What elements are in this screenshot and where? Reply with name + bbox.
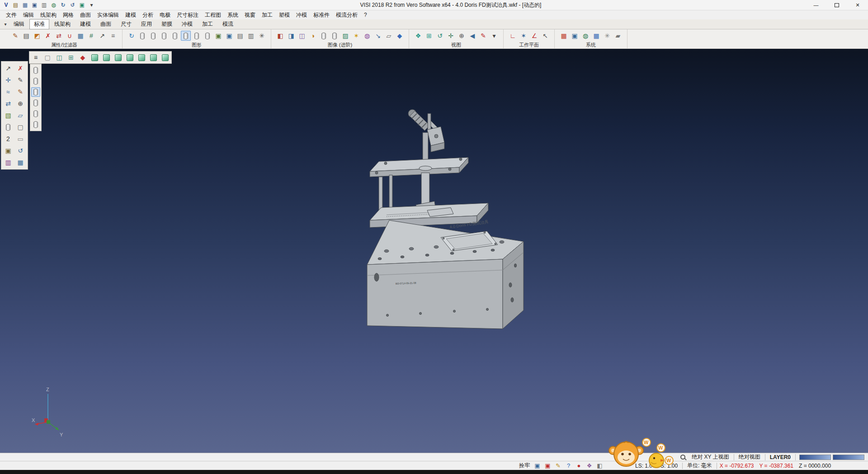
cad-model[interactable]: 4.0 Doris FD测试治具 BD-0714-05-21-08 bbox=[359, 106, 531, 346]
sketch-pencil-icon[interactable]: ✎ bbox=[15, 75, 26, 85]
change-color-icon[interactable]: ◩ bbox=[32, 31, 42, 41]
select-arrow-icon[interactable]: ↗ bbox=[3, 63, 14, 74]
tab[interactable]: 加工 bbox=[198, 19, 217, 29]
absolute-view-indicator[interactable]: 绝对视图 bbox=[734, 453, 765, 461]
filter-cylinder-icon[interactable] bbox=[31, 109, 40, 118]
magnet-filter-icon[interactable]: ∪ bbox=[65, 31, 75, 41]
tab[interactable]: 曲面 bbox=[96, 19, 116, 29]
tab[interactable]: 标准 bbox=[29, 19, 49, 29]
arrow-select-icon[interactable]: ↘ bbox=[373, 31, 383, 41]
previous-view-icon[interactable]: ◀ bbox=[467, 31, 477, 41]
zoom-all-icon[interactable]: ❖ bbox=[413, 31, 423, 41]
workplane-angle-icon[interactable]: ∠ bbox=[529, 31, 539, 41]
list-icon[interactable]: ▤ bbox=[235, 31, 245, 41]
two-label-icon[interactable]: 2 bbox=[3, 133, 14, 144]
alert-icon[interactable]: ▣ bbox=[544, 462, 552, 469]
menu-item[interactable]: 系统 bbox=[224, 10, 241, 20]
view-cube-top-icon[interactable] bbox=[89, 52, 100, 63]
menu-item[interactable]: 实体编辑 bbox=[94, 10, 122, 20]
menu-item[interactable]: 模流分析 bbox=[333, 10, 361, 20]
sparkle-grid-icon[interactable]: ✳ bbox=[602, 31, 612, 41]
axes-icon[interactable]: ✛ bbox=[3, 75, 14, 85]
active-layer-cylinder-icon[interactable] bbox=[181, 31, 191, 41]
record-icon[interactable]: ● bbox=[575, 462, 583, 469]
texture-icon[interactable]: ▨ bbox=[340, 31, 350, 41]
layer-cylinder-icon[interactable] bbox=[137, 31, 147, 41]
tab-dropdown-icon[interactable]: ▾ bbox=[2, 22, 9, 27]
block-icon[interactable]: ▣ bbox=[3, 145, 14, 156]
tab[interactable]: 塑膜 bbox=[157, 19, 177, 29]
undo-icon[interactable]: ↺ bbox=[68, 1, 77, 9]
menu-item[interactable]: 塑模 bbox=[276, 10, 293, 20]
qat-dropdown-icon[interactable]: ▾ bbox=[87, 1, 96, 9]
window-grid-icon[interactable]: ▦ bbox=[591, 31, 601, 41]
view-mode-indicator[interactable]: 绝对 XY 上视图 bbox=[687, 453, 733, 461]
menu-item[interactable]: 加工 bbox=[259, 10, 276, 20]
print-icon[interactable]: ▥ bbox=[40, 1, 48, 9]
menu-item[interactable]: 网格 bbox=[60, 10, 77, 20]
surface-icon[interactable]: ▱ bbox=[15, 110, 26, 121]
histogram-icon[interactable]: ▥ bbox=[3, 157, 14, 168]
iso-view-icon[interactable]: ◫ bbox=[54, 52, 65, 63]
perspective-grid-icon[interactable]: ▰ bbox=[613, 31, 623, 41]
filter-cylinder-icon[interactable] bbox=[31, 66, 40, 75]
menu-item[interactable]: ? bbox=[361, 11, 370, 19]
menu-item[interactable]: 工程图 bbox=[202, 10, 224, 20]
curve-icon[interactable]: ≈ bbox=[3, 86, 14, 97]
save-icon[interactable]: ▣ bbox=[30, 1, 39, 9]
wireframe-toggle-icon[interactable]: ✳ bbox=[257, 31, 267, 41]
dynamic-section-icon[interactable]: ◑ bbox=[308, 31, 318, 41]
tab[interactable]: 模流 bbox=[218, 19, 238, 29]
color-grid-icon[interactable]: ▦ bbox=[559, 31, 569, 41]
layer-indicator[interactable]: LAYER0 bbox=[765, 454, 795, 460]
tab[interactable]: 线架构 bbox=[50, 19, 75, 29]
menu-item[interactable]: 曲面 bbox=[77, 10, 94, 20]
hidden-line-icon[interactable]: ◫ bbox=[297, 31, 307, 41]
menu-item[interactable]: 视窗 bbox=[241, 10, 259, 20]
search-icon[interactable] bbox=[680, 455, 685, 460]
workplane-new-icon[interactable]: ✶ bbox=[519, 31, 528, 41]
workplane-origin-icon[interactable]: ∟ bbox=[508, 31, 518, 41]
attribute-style-icon[interactable]: ✎ bbox=[10, 31, 20, 41]
layer-cylinder-icon[interactable] bbox=[192, 31, 202, 41]
plane-icon[interactable]: ▭ bbox=[15, 133, 26, 144]
viewport-3d[interactable]: ≡▢◫⊞◆ ↗✗✛✎≈✎⇄⊕▧▱▢2▭▣↺▥▦ bbox=[0, 49, 868, 453]
monitor-icon[interactable]: ▣ bbox=[570, 31, 580, 41]
filter-cylinder-icon[interactable] bbox=[31, 120, 40, 129]
view-cube-iso-icon[interactable] bbox=[124, 52, 135, 63]
box-icon[interactable]: ◧ bbox=[596, 462, 604, 469]
open-file-icon[interactable]: ▦ bbox=[21, 1, 29, 9]
tab[interactable]: 尺寸 bbox=[116, 19, 136, 29]
tab[interactable]: 冲模 bbox=[177, 19, 197, 29]
view-menu-icon[interactable]: ≡ bbox=[30, 52, 41, 63]
view-cube-front-icon[interactable] bbox=[101, 52, 112, 63]
redraw-icon[interactable]: ↻ bbox=[127, 31, 137, 41]
wireframe-render-icon[interactable]: ◨ bbox=[286, 31, 296, 41]
menu-item[interactable]: 文件 bbox=[3, 10, 20, 20]
filter-settings-icon[interactable]: ≡ bbox=[108, 31, 118, 41]
layer-cylinder-icon[interactable] bbox=[170, 31, 180, 41]
brush-icon[interactable]: ✎ bbox=[554, 462, 562, 469]
pan-view-icon[interactable]: ✛ bbox=[446, 31, 456, 41]
palette-icon[interactable]: ❖ bbox=[585, 462, 593, 469]
layer-cylinder-icon[interactable] bbox=[203, 31, 212, 41]
view-cube-back-icon[interactable] bbox=[136, 52, 147, 63]
zoom-in-icon[interactable]: ⊕ bbox=[457, 31, 467, 41]
shaded-render-icon[interactable]: ◧ bbox=[275, 31, 285, 41]
front-view-icon[interactable]: ⊞ bbox=[66, 52, 76, 63]
menu-item[interactable]: 尺寸标注 bbox=[174, 10, 202, 20]
dynamic-rotate-icon[interactable]: ↺ bbox=[435, 31, 445, 41]
menu-item[interactable]: 标准件 bbox=[310, 10, 333, 20]
snap-lock-label[interactable]: 拴牢 bbox=[515, 462, 533, 469]
solid-box-icon[interactable]: ▧ bbox=[3, 110, 14, 121]
edit-pencil-icon[interactable]: ✎ bbox=[15, 86, 26, 97]
visi-logo[interactable]: V bbox=[2, 1, 10, 9]
render-cylinder-icon[interactable] bbox=[330, 31, 340, 41]
display-icon[interactable]: ▣ bbox=[533, 462, 541, 469]
menu-item[interactable]: 编辑 bbox=[20, 10, 37, 20]
active-filter-cylinder-icon[interactable] bbox=[31, 87, 40, 97]
axis-view-icon[interactable]: ◆ bbox=[77, 52, 88, 63]
units-indicator[interactable]: 单位: 毫米 bbox=[683, 462, 717, 469]
filter-cylinder-icon[interactable] bbox=[31, 76, 40, 86]
view-cube-right-icon[interactable] bbox=[113, 52, 123, 63]
